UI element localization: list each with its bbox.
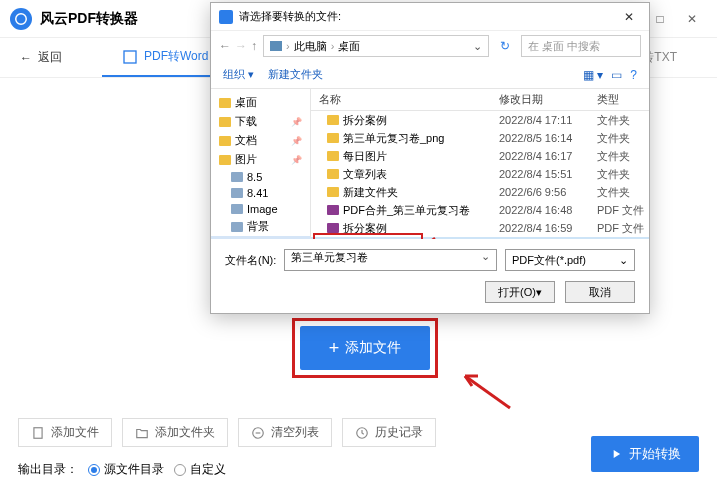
pin-icon: 📌 bbox=[291, 117, 302, 127]
clear-list-button[interactable]: 清空列表 bbox=[238, 418, 332, 447]
radio-custom-dir[interactable]: 自定义 bbox=[174, 461, 226, 478]
history-icon bbox=[355, 426, 369, 440]
open-button[interactable]: 打开(O) ▾ bbox=[485, 281, 555, 303]
add-file-button[interactable]: 添加文件 bbox=[18, 418, 112, 447]
tree-item[interactable]: 桌面 bbox=[211, 93, 310, 112]
folder-icon bbox=[327, 115, 339, 125]
tree-item[interactable]: 此电脑 bbox=[211, 236, 310, 239]
play-icon bbox=[609, 447, 623, 461]
file-row[interactable]: 第三单元复习卷2022/6/15 10:42PDF 文件 bbox=[311, 237, 649, 239]
folder-icon bbox=[219, 155, 231, 165]
app-title: 风云PDF转换器 bbox=[40, 10, 138, 28]
file-row[interactable]: PDF合并_第三单元复习卷2022/8/4 16:48PDF 文件 bbox=[311, 201, 649, 219]
pdf-icon bbox=[327, 205, 339, 215]
clear-icon bbox=[251, 426, 265, 440]
nav-up-icon[interactable]: ↑ bbox=[251, 39, 257, 53]
col-date-header[interactable]: 修改日期 bbox=[499, 92, 597, 107]
drive-icon bbox=[231, 222, 243, 232]
annotation-arrow bbox=[423, 235, 463, 239]
path-bar[interactable]: › 此电脑 › 桌面 ⌄ bbox=[263, 35, 489, 57]
folder-icon bbox=[327, 169, 339, 179]
dialog-icon bbox=[219, 10, 233, 24]
file-row[interactable]: 拆分案例2022/8/4 16:59PDF 文件 bbox=[311, 219, 649, 237]
tree-item[interactable]: 图片📌 bbox=[211, 150, 310, 169]
file-row[interactable]: 新建文件夹2022/6/6 9:56文件夹 bbox=[311, 183, 649, 201]
start-convert-button[interactable]: 开始转换 bbox=[591, 436, 699, 472]
drive-icon bbox=[231, 172, 243, 182]
cancel-button[interactable]: 取消 bbox=[565, 281, 635, 303]
drive-icon bbox=[231, 188, 243, 198]
tree-item[interactable]: Image bbox=[211, 201, 310, 217]
nav-back-icon[interactable]: ← bbox=[219, 39, 231, 53]
pc-icon bbox=[270, 41, 282, 51]
svg-point-0 bbox=[16, 13, 27, 24]
refresh-button[interactable]: ↻ bbox=[495, 39, 515, 53]
word-icon bbox=[122, 49, 138, 65]
app-logo bbox=[10, 8, 32, 30]
pin-icon: 📌 bbox=[291, 155, 302, 165]
annotation-box bbox=[292, 318, 438, 378]
pdf-icon bbox=[327, 223, 339, 233]
new-folder-button[interactable]: 新建文件夹 bbox=[268, 67, 323, 82]
folder-icon bbox=[327, 133, 339, 143]
folder-plus-icon bbox=[135, 426, 149, 440]
output-label: 输出目录： bbox=[18, 461, 78, 478]
file-row[interactable]: 第三单元复习卷_png2022/8/5 16:14文件夹 bbox=[311, 129, 649, 147]
col-type-header[interactable]: 类型 bbox=[597, 92, 649, 107]
file-row[interactable]: 拆分案例2022/8/4 17:11文件夹 bbox=[311, 111, 649, 129]
col-name-header[interactable]: 名称 bbox=[311, 92, 499, 107]
svg-rect-1 bbox=[124, 51, 136, 63]
folder-icon bbox=[327, 187, 339, 197]
help-button[interactable]: ? bbox=[630, 68, 637, 82]
add-folder-button[interactable]: 添加文件夹 bbox=[122, 418, 228, 447]
dialog-title: 请选择要转换的文件: bbox=[239, 9, 341, 24]
folder-icon bbox=[219, 98, 231, 108]
organize-menu[interactable]: 组织 ▾ bbox=[223, 67, 254, 82]
folder-tree[interactable]: 桌面下载📌文档📌图片📌8.58.41Image背景此电脑 bbox=[211, 89, 311, 239]
drive-icon bbox=[231, 204, 243, 214]
tree-item[interactable]: 文档📌 bbox=[211, 131, 310, 150]
svg-rect-3 bbox=[34, 427, 42, 438]
tree-item[interactable]: 背景 bbox=[211, 217, 310, 236]
folder-icon bbox=[327, 151, 339, 161]
file-row[interactable]: 文章列表2022/8/4 15:51文件夹 bbox=[311, 165, 649, 183]
file-row[interactable]: 每日图片2022/8/4 16:17文件夹 bbox=[311, 147, 649, 165]
view-mode-button[interactable]: ▦ ▾ bbox=[583, 68, 603, 82]
file-open-dialog: 请选择要转换的文件: ✕ ← → ↑ › 此电脑 › 桌面 ⌄ ↻ 在 桌面 中… bbox=[210, 2, 650, 314]
dialog-close-button[interactable]: ✕ bbox=[617, 10, 641, 24]
tree-item[interactable]: 下载📌 bbox=[211, 112, 310, 131]
folder-icon bbox=[219, 117, 231, 127]
arrow-left-icon: ← bbox=[20, 51, 32, 65]
back-button[interactable]: ← 返回 bbox=[20, 49, 62, 66]
history-button[interactable]: 历史记录 bbox=[342, 418, 436, 447]
pin-icon: 📌 bbox=[291, 136, 302, 146]
radio-source-dir[interactable]: 源文件目录 bbox=[88, 461, 164, 478]
preview-button[interactable]: ▭ bbox=[611, 68, 622, 82]
filename-label: 文件名(N): bbox=[225, 253, 276, 268]
tree-item[interactable]: 8.5 bbox=[211, 169, 310, 185]
search-input[interactable]: 在 桌面 中搜索 bbox=[521, 35, 641, 57]
close-button[interactable]: ✕ bbox=[677, 7, 707, 31]
file-filter-select[interactable]: PDF文件(*.pdf)⌄ bbox=[505, 249, 635, 271]
folder-icon bbox=[219, 136, 231, 146]
nav-fwd-icon[interactable]: → bbox=[235, 39, 247, 53]
tree-item[interactable]: 8.41 bbox=[211, 185, 310, 201]
filename-input[interactable]: 第三单元复习卷⌄ bbox=[284, 249, 497, 271]
file-plus-icon bbox=[31, 426, 45, 440]
